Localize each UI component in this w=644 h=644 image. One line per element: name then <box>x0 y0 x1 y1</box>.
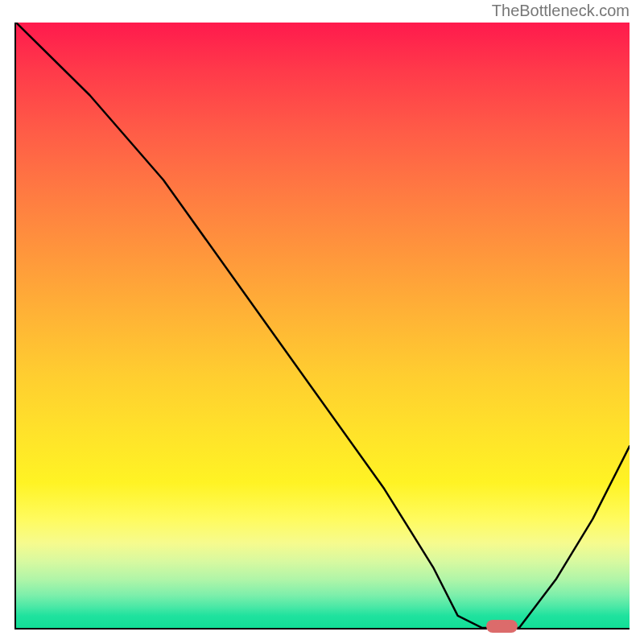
optimal-point-marker <box>486 620 517 632</box>
plot-area <box>14 23 630 630</box>
watermark-label: TheBottleneck.com <box>492 2 630 20</box>
bottleneck-curve <box>16 23 630 628</box>
